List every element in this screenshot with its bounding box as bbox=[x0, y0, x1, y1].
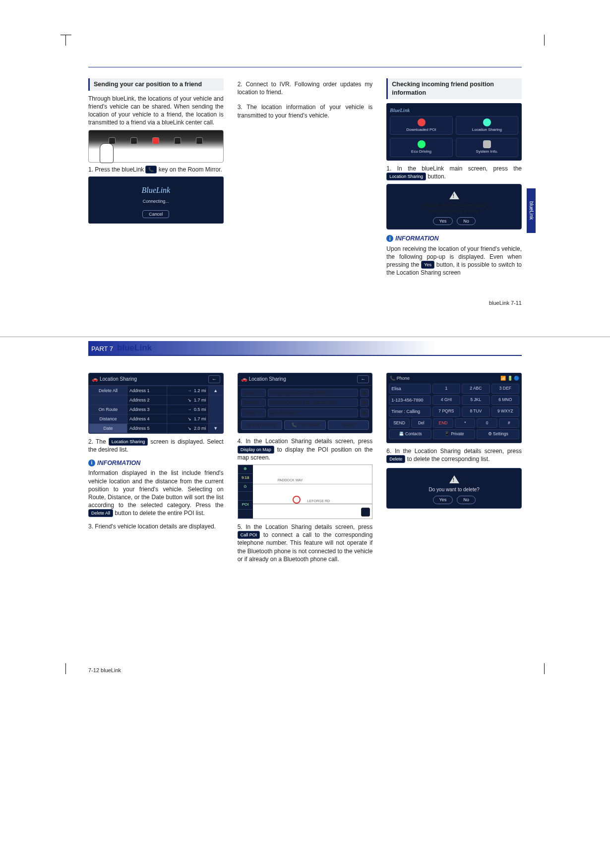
console-button bbox=[130, 137, 137, 144]
cancel-button[interactable]: Cancel bbox=[142, 210, 169, 218]
popup-no-button[interactable]: No bbox=[457, 217, 476, 225]
information-text: Information displayed in the list includ… bbox=[88, 469, 224, 517]
delete-button[interactable]: Delete bbox=[328, 420, 369, 430]
back-button[interactable]: ← bbox=[357, 375, 369, 383]
popup-text: Location Sharing – Downloaded bbox=[391, 202, 517, 208]
list-item[interactable]: Address 3 bbox=[127, 405, 167, 414]
keypad-key[interactable]: * bbox=[455, 418, 475, 428]
phone-screenshot: 📞 Phone 📶 🔋 🔵 Elisa 1 2 ABC 3 DEF 1-123-… bbox=[386, 373, 522, 443]
info-icon: i bbox=[386, 235, 393, 242]
map-side-button[interactable]: POI bbox=[238, 501, 253, 510]
scrollbar[interactable] bbox=[208, 395, 223, 423]
location-sharing-button[interactable]: Location Sharing bbox=[109, 438, 148, 446]
car-icon: 🚗 bbox=[241, 376, 247, 383]
tile-eco-driving[interactable]: Eco Driving bbox=[390, 138, 452, 157]
del-button[interactable]: Del bbox=[411, 418, 431, 428]
keypad-key[interactable]: 0 bbox=[477, 418, 497, 428]
keypad-key[interactable]: 3 DEF bbox=[491, 384, 519, 394]
col-1: 🚗 Location Sharing ← Delete All Address … bbox=[88, 373, 224, 566]
step-2: 2. Connect to IVR. Following order updat… bbox=[238, 80, 373, 96]
call-friend-button[interactable]: 📞 Call Friend bbox=[284, 420, 326, 430]
popup-no-button[interactable]: No bbox=[457, 496, 476, 504]
keypad-key[interactable]: # bbox=[499, 418, 519, 428]
distance-button[interactable]: Distance bbox=[89, 414, 127, 423]
settings-button[interactable]: ⚙ Settings bbox=[477, 429, 519, 439]
tile-downloaded-poi[interactable]: Downloaded POI bbox=[390, 116, 452, 135]
location-sharing-button[interactable]: Location Sharing bbox=[386, 173, 426, 180]
keypad-key[interactable]: 5 JKL bbox=[462, 395, 489, 405]
list-item[interactable]: Address 4 bbox=[127, 414, 167, 423]
field-label: Address bbox=[241, 399, 266, 407]
crop-mark bbox=[534, 663, 545, 674]
col-2: 🚗 Location Sharing ← Name LYON OAKS GOLF… bbox=[238, 373, 373, 566]
map-side-button[interactable] bbox=[238, 510, 253, 519]
popup-text: Would you like to review? bbox=[391, 208, 517, 214]
field-value: 52251 PONTIAC TRL, WIXOM, MI bbox=[268, 399, 359, 407]
screen-title: Location Sharing bbox=[100, 376, 137, 383]
step-3: 3. Friend's vehicle location details are… bbox=[88, 522, 224, 530]
keypad-key[interactable]: 2 ABC bbox=[462, 384, 489, 394]
play-icon[interactable]: ▶ bbox=[360, 408, 369, 417]
tile-system-info[interactable]: System Info. bbox=[456, 138, 518, 157]
list-item[interactable]: Address 2 bbox=[127, 395, 167, 405]
delete-all-button[interactable]: Delete All bbox=[88, 509, 113, 517]
field-label: Name bbox=[241, 389, 266, 397]
map-side-button[interactable] bbox=[238, 492, 253, 501]
scroll-up[interactable]: ▲ bbox=[208, 386, 223, 395]
popup-yes-button[interactable]: Yes bbox=[433, 217, 453, 225]
display-on-map-button[interactable]: Display on Map bbox=[238, 446, 274, 454]
connecting-screenshot: BlueLink Connecting... Cancel bbox=[88, 176, 224, 224]
information-heading: i INFORMATION bbox=[88, 459, 224, 467]
warning-icon bbox=[449, 191, 459, 199]
private-button[interactable]: 📱 Private bbox=[433, 429, 476, 439]
console-button bbox=[196, 137, 203, 144]
information-text: Upon receiving the location of your frie… bbox=[386, 245, 522, 277]
map-side-button[interactable]: ⊙ bbox=[238, 483, 253, 492]
tile-location-sharing[interactable]: Location Sharing bbox=[456, 116, 518, 135]
compass-icon[interactable] bbox=[361, 508, 370, 517]
page-footer: blueLink 7-11 bbox=[489, 299, 522, 307]
keypad-key[interactable]: 7 PQRS bbox=[432, 406, 460, 416]
send-button[interactable]: SEND bbox=[389, 418, 409, 428]
keypad-key[interactable]: 4 GHI bbox=[432, 395, 460, 405]
delete-button[interactable]: Delete bbox=[386, 455, 405, 463]
keypad-key[interactable]: 6 MNO bbox=[491, 395, 519, 405]
part-label: PART 7 bbox=[91, 345, 113, 355]
step-2: 2. The Location Sharing screen is displa… bbox=[88, 438, 224, 454]
information-heading: i INFORMATION bbox=[386, 234, 522, 243]
back-button[interactable]: ← bbox=[208, 375, 220, 383]
play-icon[interactable]: ▶ bbox=[360, 389, 369, 397]
end-button[interactable]: END bbox=[433, 418, 453, 428]
bluelink-logo: BlueLink bbox=[390, 107, 518, 114]
contacts-button[interactable]: 📇 Contacts bbox=[389, 429, 431, 439]
caller-name: Elisa bbox=[389, 384, 430, 394]
console-button bbox=[174, 137, 181, 144]
map-side-button[interactable]: ⊕ bbox=[238, 465, 253, 474]
keypad-key[interactable]: 1 bbox=[432, 384, 460, 394]
direction-icon: → bbox=[185, 388, 194, 394]
popup-yes-button[interactable]: Yes bbox=[433, 496, 453, 504]
col-2: 2. Connect to IVR. Following order updat… bbox=[238, 78, 373, 280]
delete-all-button[interactable]: Delete All bbox=[89, 386, 127, 395]
keypad-key[interactable]: 9 WXYZ bbox=[491, 406, 519, 416]
display-on-map-button[interactable]: Display on Map bbox=[241, 420, 283, 430]
step-3: 3. The location information of your vehi… bbox=[238, 103, 373, 119]
play-icon[interactable]: ▶ bbox=[360, 399, 369, 407]
yes-button[interactable]: Yes bbox=[421, 261, 434, 269]
list-item[interactable]: Address 5 bbox=[127, 424, 167, 433]
date-button[interactable]: Date bbox=[89, 424, 127, 433]
page-footer: 7-12 blueLink bbox=[88, 667, 121, 674]
bluelink-logo: BlueLink bbox=[93, 185, 219, 196]
location-sharing-detail-screenshot: 🚗 Location Sharing ← Name LYON OAKS GOLF… bbox=[238, 373, 373, 433]
road-label: LEFORGE RD bbox=[307, 499, 330, 503]
call-poi-button[interactable]: Call POI bbox=[238, 531, 260, 539]
popup-text: Do you want to delete? bbox=[391, 486, 517, 493]
keypad-key[interactable]: 8 TUV bbox=[462, 406, 489, 416]
side-tab: blueLink bbox=[527, 188, 536, 233]
scroll-down[interactable]: ▼ bbox=[208, 424, 223, 433]
console-button-sos bbox=[152, 137, 159, 144]
list-item[interactable]: Address 1 bbox=[127, 386, 167, 395]
field-label: Phone bbox=[241, 408, 266, 417]
col-1: Sending your car position to a friend Th… bbox=[88, 78, 224, 280]
on-route-button[interactable]: On Route bbox=[89, 405, 127, 414]
